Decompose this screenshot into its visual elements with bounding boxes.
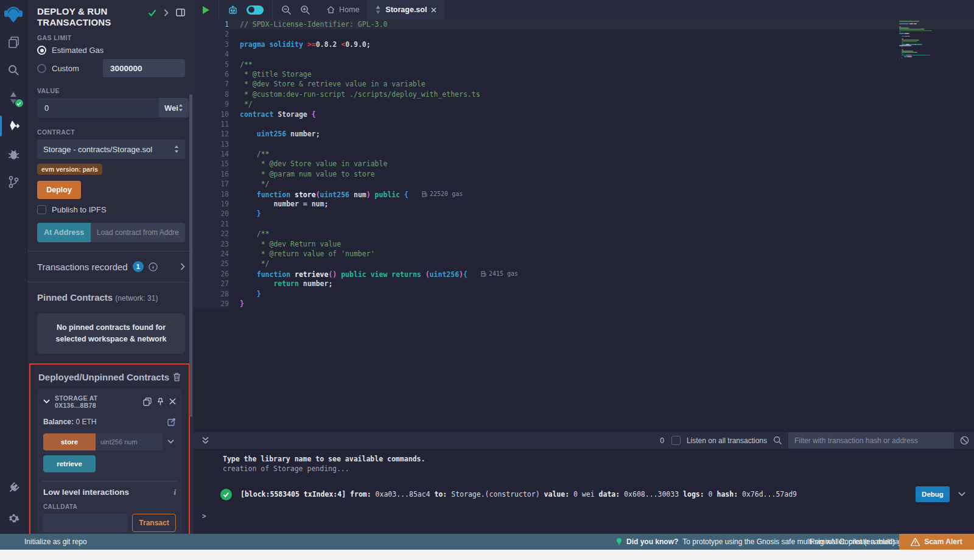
line-content xyxy=(229,119,240,129)
pin-panel-icon[interactable] xyxy=(176,9,185,16)
edit-icon[interactable] xyxy=(167,418,176,426)
contract-select[interactable]: Storage - contracts/Storage.sol xyxy=(37,139,185,159)
contract-instance-label[interactable]: STORAGE AT 0X136...8B78 xyxy=(55,394,138,409)
clear-console-icon[interactable] xyxy=(960,436,969,445)
code-line[interactable]: 5/** xyxy=(194,60,974,69)
line-content: * @dev Return value xyxy=(229,239,341,249)
plugin-manager-icon[interactable] xyxy=(0,474,27,502)
file-explorer-icon[interactable] xyxy=(0,28,27,56)
ai-copilot-robot-icon[interactable] xyxy=(228,5,238,15)
chevron-down-icon[interactable] xyxy=(167,439,174,444)
chevron-right-icon[interactable] xyxy=(164,9,169,16)
retrieve-function-button[interactable]: retrieve xyxy=(43,455,96,472)
tab-storage-sol[interactable]: Storage.sol xyxy=(367,0,444,19)
close-icon[interactable] xyxy=(169,398,176,405)
remixai-copilot-status[interactable]: RemixAI Copilot (enabled) xyxy=(810,537,895,546)
contract-label: CONTRACT xyxy=(37,128,185,136)
zoom-in-icon[interactable] xyxy=(300,5,310,15)
listen-all-checkbox[interactable] xyxy=(671,436,681,445)
editor-area: Home Storage.sol 1// SPDX-License-Identi… xyxy=(194,0,974,534)
code-line[interactable]: 7 * @dev Store & retrieve value in a var… xyxy=(194,79,974,89)
zoom-out-icon[interactable] xyxy=(281,5,292,15)
chevron-down-icon[interactable] xyxy=(43,399,50,404)
code-line[interactable]: 19 number = num; xyxy=(194,199,974,209)
code-line[interactable]: 17 */ xyxy=(194,179,974,189)
code-line[interactable]: 15 * @dev Store value in variable xyxy=(194,159,974,169)
terminal[interactable]: Type the library name to see available c… xyxy=(194,449,974,534)
custom-gas-radio[interactable]: Custom xyxy=(37,59,185,77)
minimap[interactable] xyxy=(899,19,941,60)
deployed-contracts-highlight: Deployed/Unpinned Contracts STORAGE AT 0… xyxy=(29,363,190,534)
value-input[interactable] xyxy=(37,98,159,117)
estimated-gas-radio[interactable]: Estimated Gas xyxy=(37,46,185,55)
deploy-button[interactable]: Deploy xyxy=(37,181,81,199)
line-number: 18 xyxy=(194,189,229,199)
code-line[interactable]: 12 uint256 number; xyxy=(194,129,974,139)
search-icon[interactable] xyxy=(0,56,27,84)
debug-button[interactable]: Debug xyxy=(916,486,950,502)
code-line[interactable]: 29} xyxy=(194,299,974,309)
code-editor[interactable]: 1// SPDX-License-Identifier: GPL-3.023pr… xyxy=(194,19,974,432)
panel-scrollbar[interactable] xyxy=(189,94,192,417)
tab-home[interactable]: Home xyxy=(319,0,367,19)
store-function-button[interactable]: store xyxy=(43,433,96,450)
code-line[interactable]: 18 function store(uint256 num) public {2… xyxy=(194,189,974,199)
code-line[interactable]: 24 * @return value of 'number' xyxy=(194,249,974,259)
code-line[interactable]: 14 /** xyxy=(194,149,974,159)
ai-copilot-toggle[interactable] xyxy=(247,5,264,15)
scam-alert-button[interactable]: Scam Alert xyxy=(899,534,974,550)
chevron-right-icon[interactable] xyxy=(180,263,185,270)
code-line[interactable]: 27 return number; xyxy=(194,279,974,289)
code-line[interactable]: 3pragma solidity >=0.8.2 <0.9.0; xyxy=(194,40,974,49)
transactions-recorded-row[interactable]: Transactions recorded 1 xyxy=(37,251,185,282)
at-address-input[interactable] xyxy=(91,223,185,242)
debugger-icon[interactable] xyxy=(0,140,27,168)
code-line[interactable]: 8 * @custom:dev-run-script ./scripts/dep… xyxy=(194,89,974,99)
code-line[interactable]: 4 xyxy=(194,49,974,59)
listen-all-label: Listen on all transactions xyxy=(687,436,767,445)
remix-logo[interactable] xyxy=(0,0,27,28)
git-init-button[interactable]: Initialize as git repo xyxy=(0,537,87,546)
code-line[interactable]: 13 xyxy=(194,139,974,149)
transact-button[interactable]: Transact xyxy=(132,514,176,532)
code-line[interactable]: 2 xyxy=(194,29,974,39)
run-script-icon[interactable] xyxy=(202,5,210,15)
code-line[interactable]: 26 function retrieve() public view retur… xyxy=(194,269,974,279)
solidity-compiler-icon[interactable] xyxy=(0,84,27,112)
custom-gas-input[interactable] xyxy=(103,59,185,77)
code-line[interactable]: 1// SPDX-License-Identifier: GPL-3.0 xyxy=(194,19,974,29)
chevron-down-icon[interactable] xyxy=(958,492,965,497)
pin-icon[interactable] xyxy=(156,397,164,406)
trash-icon[interactable] xyxy=(173,373,181,382)
deploy-run-icon[interactable] xyxy=(0,112,27,140)
code-line[interactable]: 28 } xyxy=(194,289,974,299)
at-address-button[interactable]: At Address xyxy=(37,223,91,242)
terminal-prompt[interactable]: > xyxy=(194,502,974,520)
code-line[interactable]: 20 } xyxy=(194,209,974,219)
expand-terminal-icon[interactable] xyxy=(202,436,209,444)
terminal-filter-input[interactable] xyxy=(788,432,954,449)
code-line[interactable]: 22 /** xyxy=(194,229,974,239)
code-line[interactable]: 23 * @dev Return value xyxy=(194,239,974,249)
calldata-input[interactable] xyxy=(43,514,127,532)
close-tab-icon[interactable] xyxy=(431,7,436,13)
git-icon[interactable] xyxy=(0,168,27,196)
code-line[interactable]: 11 xyxy=(194,119,974,129)
value-unit-select[interactable]: Wei xyxy=(159,98,189,117)
transaction-log-row[interactable]: [block:5583405 txIndex:4] from: 0xa03...… xyxy=(220,486,965,502)
store-arg-input[interactable] xyxy=(96,433,163,450)
code-line[interactable]: 16 * @param num value to store xyxy=(194,169,974,179)
line-number: 5 xyxy=(194,60,229,69)
status-bar: Initialize as git repo Did you know? To … xyxy=(0,534,974,550)
code-line[interactable]: 25 */ xyxy=(194,259,974,268)
code-line[interactable]: 9 */ xyxy=(194,99,974,109)
publish-ipfs-row[interactable]: Publish to IPFS xyxy=(37,205,185,214)
code-line[interactable]: 10contract Storage { xyxy=(194,110,974,119)
code-line[interactable]: 21 xyxy=(194,219,974,229)
code-line[interactable]: 6 * @title Storage xyxy=(194,69,974,79)
gas-estimate-hint: 22520 gas xyxy=(422,189,463,199)
copy-icon[interactable] xyxy=(143,397,152,406)
publish-ipfs-checkbox[interactable] xyxy=(37,205,46,214)
settings-icon[interactable] xyxy=(0,502,27,534)
line-content: */ xyxy=(229,99,253,109)
